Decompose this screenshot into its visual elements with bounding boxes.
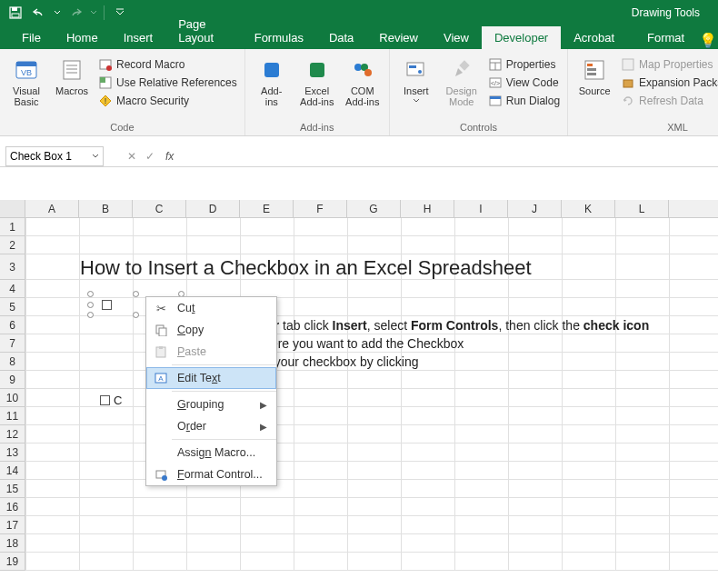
col-L[interactable]: L [615, 200, 669, 217]
context-assign-macro[interactable]: Assign Macro... [146, 442, 276, 463]
spreadsheet-grid[interactable]: A B C D E F G H I J K L 1 2 3 4 5 6 7 8 … [0, 200, 718, 571]
tab-format[interactable]: Format [634, 26, 697, 49]
row-13[interactable]: 13 [0, 443, 25, 462]
insert-control-button[interactable]: Insert [395, 55, 437, 104]
col-G[interactable]: G [347, 200, 401, 217]
col-K[interactable]: K [562, 200, 615, 217]
tab-formulas[interactable]: Formulas [242, 26, 316, 49]
row-8[interactable]: 8 [0, 353, 25, 371]
row-9[interactable]: 9 [0, 371, 25, 389]
macros-icon [58, 56, 85, 84]
col-I[interactable]: I [454, 200, 508, 217]
row-14[interactable]: 14 [0, 462, 25, 480]
svg-rect-22 [409, 65, 416, 68]
row-18[interactable]: 18 [0, 534, 25, 553]
undo-dropdown-icon[interactable] [53, 3, 62, 23]
design-mode-icon [448, 56, 475, 84]
row-3[interactable]: 3 [0, 254, 25, 280]
tell-me-icon[interactable]: 💡 [697, 32, 718, 49]
cell-line-7: l where you want to add the Checkbox [248, 336, 464, 351]
svg-text:VB: VB [21, 68, 32, 77]
tab-page-layout[interactable]: Page Layout [165, 13, 242, 49]
row-17[interactable]: 17 [0, 516, 25, 534]
row-12[interactable]: 12 [0, 425, 25, 443]
col-C[interactable]: C [133, 200, 186, 217]
expansion-packs-button[interactable]: Expansion Packs [619, 75, 718, 91]
col-F[interactable]: F [294, 200, 347, 217]
context-cut[interactable]: ✂ Cut [146, 297, 276, 319]
context-menu: ✂ Cut Copy Paste A Edit Text Grouping ▶ … [145, 296, 277, 486]
properties-button[interactable]: Properties [486, 56, 562, 73]
checkbox-control-2[interactable]: C [100, 394, 122, 407]
context-edit-text[interactable]: A Edit Text [146, 367, 276, 389]
tab-file[interactable]: File [9, 26, 54, 49]
context-grouping[interactable]: Grouping ▶ [146, 394, 276, 415]
view-code-button[interactable]: </>View Code [486, 75, 562, 91]
col-E[interactable]: E [240, 200, 294, 217]
context-order[interactable]: Order ▶ [146, 415, 276, 437]
run-dialog-button[interactable]: Run Dialog [486, 93, 562, 109]
row-1[interactable]: 1 [0, 218, 25, 236]
ribbon-group-code-label: Code [5, 120, 239, 135]
qat-customize-icon[interactable] [110, 3, 130, 23]
row-5[interactable]: 5 [0, 298, 25, 316]
visual-basic-button[interactable]: VB Visual Basic [5, 55, 47, 107]
row-16[interactable]: 16 [0, 498, 25, 516]
save-icon[interactable] [5, 3, 25, 23]
macro-security-icon: ! [98, 94, 113, 108]
tab-view[interactable]: View [431, 26, 482, 49]
row-19[interactable]: 19 [0, 553, 25, 571]
expansion-packs-icon [621, 75, 635, 90]
svg-text:</>: </> [491, 80, 500, 86]
select-all-corner[interactable] [0, 200, 25, 217]
macro-security-button[interactable]: !Macro Security [96, 93, 239, 109]
source-button[interactable]: Source [573, 55, 615, 96]
redo-dropdown-icon[interactable] [89, 3, 98, 23]
name-box-value: Check Box 1 [10, 150, 72, 163]
record-macro-button[interactable]: Record Macro [96, 56, 239, 73]
row-7[interactable]: 7 [0, 334, 25, 353]
tab-home[interactable]: Home [54, 26, 111, 49]
svg-rect-24 [459, 60, 469, 70]
refresh-data-icon [621, 94, 635, 108]
tab-data[interactable]: Data [316, 26, 366, 49]
col-H[interactable]: H [401, 200, 454, 217]
edit-text-icon: A [154, 371, 168, 385]
col-J[interactable]: J [508, 200, 562, 217]
name-box[interactable]: Check Box 1 [5, 146, 104, 166]
fx-label: fx [165, 150, 181, 163]
col-D[interactable]: D [186, 200, 240, 217]
context-format-control[interactable]: Format Control... [146, 463, 276, 485]
col-B[interactable]: B [79, 200, 133, 217]
checkbox-label: C [114, 394, 122, 407]
col-A[interactable]: A [25, 200, 79, 217]
cancel-formula-icon[interactable]: ✕ [127, 150, 136, 163]
macros-button[interactable]: Macros [51, 55, 93, 96]
row-15[interactable]: 15 [0, 480, 25, 498]
tab-acrobat[interactable]: Acrobat [561, 26, 627, 49]
redo-icon[interactable] [65, 3, 85, 23]
tab-review[interactable]: Review [366, 26, 431, 49]
context-copy[interactable]: Copy [146, 319, 276, 341]
ribbon-group-code: VB Visual Basic Macros Record Macro Use … [0, 49, 245, 135]
accept-formula-icon[interactable]: ✓ [145, 150, 155, 163]
ribbon-group-controls: Insert Design Mode Properties </>View Co… [390, 49, 568, 135]
row-11[interactable]: 11 [0, 407, 25, 425]
tab-developer[interactable]: Developer [482, 26, 561, 49]
row-4[interactable]: 4 [0, 280, 25, 298]
chevron-down-icon[interactable] [92, 153, 99, 160]
row-6[interactable]: 6 [0, 316, 25, 334]
svg-rect-34 [587, 68, 596, 71]
tab-insert[interactable]: Insert [111, 26, 166, 49]
undo-icon[interactable] [29, 3, 49, 23]
excel-addins-button[interactable]: Excel Add-ins [296, 55, 338, 107]
ribbon-group-xml-label: XML [573, 120, 718, 135]
chevron-right-icon: ▶ [260, 422, 267, 432]
addins-button[interactable]: Add- ins [251, 55, 293, 107]
design-mode-button[interactable]: Design Mode [441, 55, 483, 107]
row-10[interactable]: 10 [0, 389, 25, 407]
formula-input[interactable] [181, 146, 718, 166]
row-2[interactable]: 2 [0, 236, 25, 254]
use-relative-references-button[interactable]: Use Relative References [96, 75, 239, 91]
com-addins-button[interactable]: COM Add-ins [342, 55, 384, 107]
